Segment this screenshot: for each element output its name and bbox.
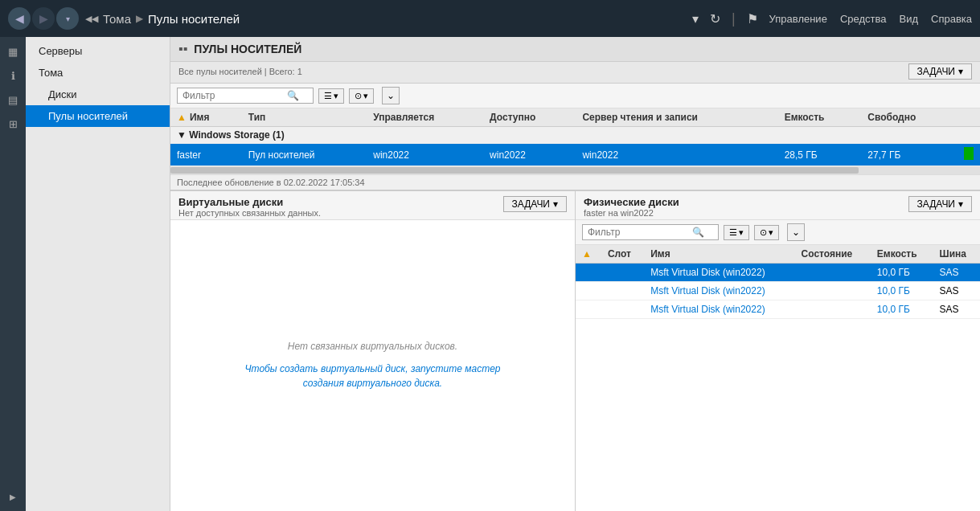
pools-toolbar: 🔍 ☰▾ ⊙▾ ⌄ <box>170 84 980 108</box>
breadcrumb-arrows-icon: ◀◀ <box>85 14 98 24</box>
sort-warning-icon: ▲ <box>177 112 187 123</box>
physical-disks-sort-btn[interactable]: ⊙▾ <box>754 225 779 240</box>
table-row[interactable]: Msft Virtual Disk (win2022) 10,0 ГБ SAS <box>576 300 980 319</box>
col-managed[interactable]: Управляется <box>367 108 483 127</box>
physical-disks-sub: faster на win2022 <box>584 208 679 218</box>
physical-disks-header: Физические диски faster на win2022 ЗАДАЧ… <box>576 191 980 220</box>
pd-bus-0: SAS <box>933 264 980 282</box>
pd-bus-1: SAS <box>933 282 980 300</box>
breadcrumb-toma[interactable]: Тома <box>103 12 131 26</box>
physical-disks-table: ▲ Слот Имя Состояние Емкость Шина <box>576 245 980 319</box>
main-layout: ▦ ℹ ▤ ⊞ ▶ Серверы Тома Диски Пулы носите… <box>0 37 980 511</box>
pools-tasks-button[interactable]: ЗАДАЧИ ▾ <box>908 63 972 80</box>
pool-bar <box>957 144 980 166</box>
menu-help[interactable]: Справка <box>931 13 972 25</box>
pools-expand-btn[interactable]: ⌄ <box>382 87 400 104</box>
pool-available: win2022 <box>483 144 576 166</box>
pool-readwrite: win2022 <box>576 144 777 166</box>
pdcol-slot[interactable]: Слот <box>601 245 644 264</box>
table-row[interactable]: faster Пул носителей win2022 win2022 win… <box>170 144 980 166</box>
pd-slot-2 <box>601 300 644 319</box>
pd-name-1: Msft Virtual Disk (win2022) <box>644 282 794 300</box>
physical-disks-search-icon: 🔍 <box>692 227 704 238</box>
sidebar-item-pools[interactable]: Пулы носителей <box>26 105 170 127</box>
virtual-disks-empty-msg: Нет связанных виртуальных дисков. <box>288 341 457 352</box>
pool-managed: win2022 <box>367 144 483 166</box>
menu-manage[interactable]: Управление <box>769 13 827 25</box>
physical-disks-table-container[interactable]: ▲ Слот Имя Состояние Емкость Шина <box>576 245 980 511</box>
refresh-icon[interactable]: ↻ <box>710 11 720 27</box>
col-name[interactable]: ▲Имя <box>170 108 242 127</box>
table-row[interactable]: Msft Virtual Disk (win2022) 10,0 ГБ SAS <box>576 282 980 300</box>
pools-header-icon: ▪▪ <box>178 42 187 56</box>
sidebar-icon-info[interactable]: ℹ <box>2 64 24 87</box>
sidebar-icons: ▦ ℹ ▤ ⊞ ▶ <box>0 37 26 511</box>
pool-free: 27,7 ГБ <box>861 144 957 166</box>
dropdown-title-icon[interactable]: ▾ <box>692 11 699 27</box>
pdcol-bus[interactable]: Шина <box>933 245 980 264</box>
pd-slot-0 <box>601 264 644 282</box>
sidebar-item-servers[interactable]: Серверы <box>26 40 170 62</box>
breadcrumb-sep: ▶ <box>136 13 143 24</box>
pd-status-2 <box>795 300 871 319</box>
pdcol-capacity[interactable]: Емкость <box>871 245 933 264</box>
content-area: ▪▪ ПУЛЫ НОСИТЕЛЕЙ Все пулы носителей | В… <box>170 37 980 511</box>
pd-name-0: Msft Virtual Disk (win2022) <box>644 264 794 282</box>
physical-disks-expand-btn[interactable]: ⌄ <box>787 223 805 241</box>
col-readwrite[interactable]: Сервер чтения и записи <box>576 108 777 127</box>
back-button[interactable]: ◀ <box>8 7 31 30</box>
sidebar-icon-box[interactable]: ⊞ <box>2 112 24 135</box>
sidebar-icon-expand[interactable]: ▶ <box>2 485 24 508</box>
physical-disks-toolbar: 🔍 ☰▾ ⊙▾ ⌄ <box>576 220 980 245</box>
virtual-disks-panel: Виртуальные диски Нет доступных связанны… <box>170 190 575 511</box>
pd-name-2: Msft Virtual Disk (win2022) <box>644 300 794 319</box>
virtual-disks-title: Виртуальные диски <box>178 196 321 208</box>
col-available[interactable]: Доступно <box>483 108 576 127</box>
pdcol-status[interactable]: Состояние <box>795 245 871 264</box>
pools-table: ▲Имя Тип Управляется Доступно Сервер чте… <box>170 108 980 166</box>
breadcrumb-area: ◀◀ Тома ▶ Пулы носителей <box>85 12 692 26</box>
physical-disks-filter-input[interactable] <box>588 227 692 238</box>
pool-capacity: 28,5 ГБ <box>778 144 862 166</box>
pools-table-scroll[interactable]: ▲Имя Тип Управляется Доступно Сервер чте… <box>170 108 980 166</box>
sidebar-icon-grid[interactable]: ▦ <box>2 40 24 63</box>
pools-scrollbar[interactable] <box>170 166 980 174</box>
virtual-disks-sub: Нет доступных связанных данных. <box>178 208 321 218</box>
pd-sort-cell-2 <box>576 300 601 319</box>
col-capacity[interactable]: Емкость <box>778 108 862 127</box>
physical-disks-view-btn[interactable]: ☰▾ <box>724 225 749 240</box>
sidebar-item-disks[interactable]: Диски <box>26 84 170 105</box>
menu-tools[interactable]: Средства <box>840 13 887 25</box>
col-type[interactable]: Тип <box>242 108 367 127</box>
bottom-panels: Виртуальные диски Нет доступных связанны… <box>170 190 980 511</box>
physical-disks-tasks-button[interactable]: ЗАДАЧИ ▾ <box>908 196 972 212</box>
pdcol-sort[interactable]: ▲ <box>576 245 601 264</box>
dropdown-button[interactable]: ▾ <box>56 7 79 30</box>
virtual-disks-tasks-button[interactable]: ЗАДАЧИ ▾ <box>503 196 567 212</box>
col-free[interactable]: Свободно <box>861 108 957 127</box>
virtual-disks-create-link[interactable]: Чтобы создать виртуальный диск, запустит… <box>244 362 502 390</box>
sidebar-icon-list[interactable]: ▤ <box>2 88 24 111</box>
pdcol-name[interactable]: Имя <box>644 245 794 264</box>
pools-sort-btn[interactable]: ⊙▾ <box>349 88 374 104</box>
pools-filter-input[interactable] <box>182 90 287 101</box>
virtual-disks-header: Виртуальные диски Нет доступных связанны… <box>170 191 575 220</box>
pd-capacity-0: 10,0 ГБ <box>871 264 933 282</box>
forward-button[interactable]: ▶ <box>32 7 55 30</box>
sidebar-item-toma[interactable]: Тома <box>26 62 170 84</box>
title-menu: Управление Средства Вид Справка <box>769 13 972 25</box>
pool-name: faster <box>170 144 242 166</box>
pools-view-btn[interactable]: ☰▾ <box>318 88 344 104</box>
physical-disks-filter-box: 🔍 <box>582 224 719 240</box>
physical-disks-panel: Физические диски faster на win2022 ЗАДАЧ… <box>575 190 980 511</box>
table-row[interactable]: Msft Virtual Disk (win2022) 10,0 ГБ SAS <box>576 264 980 282</box>
breadcrumb-current: Пулы носителей <box>148 12 240 26</box>
physical-disks-title: Физические диски <box>584 196 679 208</box>
pd-sort-cell-1 <box>576 282 601 300</box>
menu-view[interactable]: Вид <box>899 13 918 25</box>
pools-panel-header: ▪▪ ПУЛЫ НОСИТЕЛЕЙ <box>170 37 980 62</box>
title-bar-right: ▾ ↻ | ⚑ Управление Средства Вид Справка <box>692 10 972 27</box>
title-bar: ◀ ▶ ▾ ◀◀ Тома ▶ Пулы носителей ▾ ↻ | ⚑ У… <box>0 0 980 37</box>
flag-icon[interactable]: ⚑ <box>747 11 758 27</box>
capacity-bar <box>964 147 974 160</box>
